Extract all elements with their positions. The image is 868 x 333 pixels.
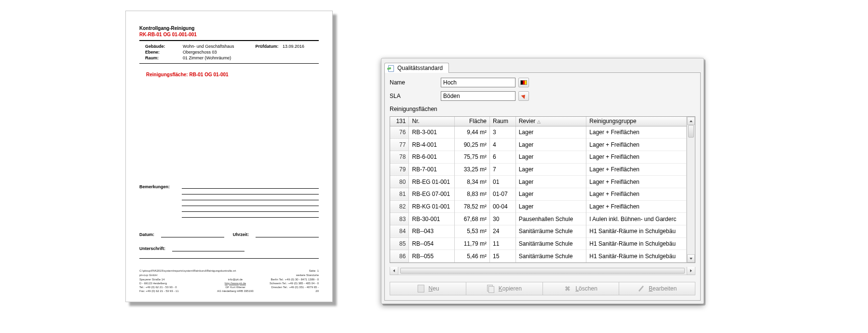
action-bar: Neu Kopieren ✖ Löschen Bearbeiten (390, 282, 695, 295)
signature-label: Unterschrift: (139, 246, 165, 251)
row-index: 84 (390, 225, 409, 237)
quality-standard-dialog: Qualitätsstandard Name SLA Reinigungsflä… (381, 58, 704, 304)
table-row[interactable]: 81RB-EG 07-0018,83 m²01-07LagerLager + F… (390, 188, 687, 200)
table-row[interactable]: 79RB-7-00133,25 m²7LagerLager + Freifläc… (390, 163, 687, 176)
cell-gruppe: Lager + Freiflächen (586, 188, 687, 200)
table-row[interactable]: 80RB-EG 01-0018,34 m²01LagerLager + Frei… (390, 176, 687, 188)
cell-nr: RB-KG 01-001 (409, 200, 455, 213)
signature-field (172, 246, 244, 251)
row-index: 83 (390, 213, 409, 225)
delete-icon: ✖ (564, 285, 571, 292)
new-icon (417, 285, 425, 292)
header-nr[interactable]: Nr. (409, 117, 455, 126)
tab-quality-standard[interactable]: Qualitätsstandard (384, 63, 449, 73)
vertical-scrollbar[interactable] (687, 117, 695, 263)
hscroll-thumb[interactable] (400, 268, 685, 274)
cell-raum: 00-04 (490, 200, 516, 213)
header-gruppe[interactable]: Reinigungsgruppe (586, 117, 687, 126)
cell-raum: 11 (490, 237, 516, 250)
cell-revier: Sanitärräume Schule (515, 237, 586, 250)
cell-flaeche: 5,46 m² (455, 250, 490, 263)
grid-header[interactable]: 131 Nr. Fläche Raum Revier △ Reinigungsg… (390, 117, 687, 126)
cell-gruppe: Lager + Freiflächen (586, 126, 687, 139)
cell-nr: RB-EG 07-001 (409, 188, 455, 200)
edit-button[interactable]: Bearbeiten (619, 282, 695, 295)
report-footer: C:\pitcup\FM\2015\system\reports\system\… (139, 269, 319, 293)
cell-flaeche: 8,34 m² (455, 176, 490, 188)
cleaning-areas-grid: 131 Nr. Fläche Raum Revier △ Reinigungsg… (390, 116, 695, 263)
table-row[interactable]: 83RB-30-00167,68 m²30Pausenhallen Schule… (390, 213, 687, 225)
cell-gruppe: I Aulen inkl. Bühnen- und Garderc (586, 213, 687, 225)
table-row[interactable]: 78RB-6-00175,75 m²6LagerLager + Freifläc… (390, 151, 687, 163)
cell-revier: Sanitärräume Schule (515, 250, 586, 263)
date-field (161, 232, 224, 237)
cell-gruppe: H1 Sanitär-Räume in Schulgebäu (586, 250, 687, 263)
scroll-up-button[interactable] (687, 117, 695, 125)
table-row[interactable]: 82RB-KG 01-00178,52 m²00-04LagerLager + … (390, 200, 687, 213)
scroll-left-button[interactable] (390, 267, 398, 275)
sla-input[interactable] (441, 91, 515, 101)
scroll-down-button[interactable] (687, 254, 695, 263)
flag-icon (520, 80, 527, 85)
sla-open-button[interactable] (518, 91, 529, 101)
report-title: Kontrollgang-Reinigung (139, 26, 319, 31)
table-row[interactable]: 85RB--05411,79 m²11Sanitärräume SchuleH1… (390, 237, 687, 250)
cell-flaeche: 5,53 m² (455, 225, 490, 237)
cell-revier: Lager (515, 151, 586, 163)
tab-bar: Qualitätsstandard (384, 61, 701, 73)
cell-nr: RB--054 (409, 237, 455, 250)
header-count[interactable]: 131 (390, 117, 409, 126)
header-raum[interactable]: Raum (490, 117, 516, 126)
grid-title: Reinigungsflächen (390, 106, 695, 112)
row-index: 77 (390, 139, 409, 151)
table-row[interactable]: 77RB-4-00190,25 m²4LagerLager + Freifläc… (390, 139, 687, 151)
table-row[interactable]: 86RB--0555,46 m²15Sanitärräume SchuleH1 … (390, 250, 687, 263)
cell-revier: Lager (515, 163, 586, 176)
edit-icon (637, 285, 645, 292)
cell-gruppe: Lager + Freiflächen (586, 163, 687, 176)
copy-button[interactable]: Kopieren (466, 282, 542, 295)
floor-value: Obergeschoss 03 (183, 50, 319, 55)
cell-revier: Lager (515, 126, 586, 139)
cell-raum: 24 (490, 225, 516, 237)
name-input[interactable] (441, 78, 515, 87)
cell-raum: 30 (490, 213, 516, 225)
cell-revier: Lager (515, 139, 586, 151)
cell-flaeche: 75,75 m² (455, 151, 490, 163)
new-button[interactable]: Neu (390, 282, 466, 295)
row-index: 80 (390, 176, 409, 188)
cell-flaeche: 11,79 m² (455, 237, 490, 250)
room-value: 01 Zimmer (Wohnräume) (183, 56, 319, 60)
scroll-thumb[interactable] (688, 125, 694, 138)
cell-nr: RB-7-001 (409, 163, 455, 176)
language-button[interactable] (518, 78, 529, 87)
remarks-label: Bemerkungen: (139, 184, 178, 218)
cell-raum: 3 (490, 126, 516, 139)
name-label: Name (390, 79, 438, 86)
cell-revier: Lager (515, 188, 586, 200)
cell-flaeche: 9,44 m² (455, 126, 490, 139)
scroll-right-button[interactable] (687, 267, 695, 275)
cell-raum: 01-07 (490, 188, 516, 200)
table-row[interactable]: 84RB--0435,53 m²24Sanitärräume SchuleH1 … (390, 225, 687, 237)
row-index: 86 (390, 250, 409, 263)
horizontal-scrollbar[interactable] (390, 267, 695, 275)
cell-raum: 15 (490, 250, 516, 263)
header-revier[interactable]: Revier △ (515, 117, 586, 126)
delete-button[interactable]: ✖ Löschen (543, 282, 619, 295)
cell-raum: 01 (490, 176, 516, 188)
cell-revier: Pausenhallen Schule (515, 213, 586, 225)
cell-gruppe: Lager + Freiflächen (586, 151, 687, 163)
cell-revier: Lager (515, 176, 586, 188)
header-flaeche[interactable]: Fläche (455, 117, 490, 126)
pruefdatum: Prüfdatum: 13.09.2016 (255, 44, 304, 49)
document-check-icon (388, 65, 394, 71)
cell-gruppe: H1 Sanitär-Räume in Schulgebäu (586, 225, 687, 237)
cell-flaeche: 67,68 m² (455, 213, 490, 225)
cell-nr: RB--043 (409, 225, 455, 237)
cell-gruppe: Lager + Freiflächen (586, 176, 687, 188)
report-preview: Kontrollgang-Reinigung RK-RB-01 OG 01-00… (125, 11, 333, 302)
cell-flaeche: 90,25 m² (455, 139, 490, 151)
table-row[interactable]: 76RB-3-0019,44 m²3LagerLager + Freifläch… (390, 126, 687, 139)
cell-raum: 7 (490, 163, 516, 176)
